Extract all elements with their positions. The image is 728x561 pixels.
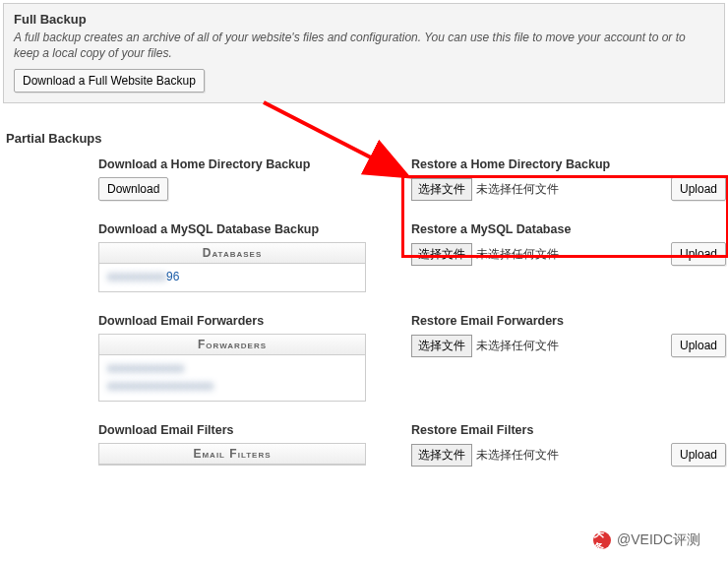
download-mysql-title: Download a MySQL Database Backup <box>98 222 394 236</box>
forwarders-panel: Forwarders xxxxxxxxxxxxx xxxxxxxxxxxxxxx… <box>98 334 366 402</box>
row-home-directory: Download a Home Directory Backup Downloa… <box>0 157 728 201</box>
row-forwarders: Download Email Forwarders Forwarders xxx… <box>0 314 728 402</box>
upload-forwarders-button[interactable]: Upload <box>671 334 726 357</box>
choose-file-filters-button[interactable]: 选择文件 <box>411 444 472 467</box>
full-backup-title: Full Backup <box>14 12 714 27</box>
download-full-backup-button[interactable]: Download a Full Website Backup <box>14 69 205 93</box>
watermark-text: @VEIDC评测 <box>617 531 700 549</box>
upload-home-button[interactable]: Upload <box>671 177 726 201</box>
choose-file-forwarders-button[interactable]: 选择文件 <box>411 335 472 357</box>
full-backup-description: A full backup creates an archive of all … <box>14 31 714 61</box>
watermark-logo-icon: 头条 <box>593 531 611 549</box>
database-name-suffix: 96 <box>166 270 179 283</box>
choose-file-mysql-button[interactable]: 选择文件 <box>411 243 472 266</box>
download-home-title: Download a Home Directory Backup <box>98 157 394 171</box>
restore-forwarders-title: Restore Email Forwarders <box>411 314 726 328</box>
download-home-button[interactable]: Download <box>98 177 168 201</box>
forwarder-link-2[interactable]: xxxxxxxxxxxxxxxxxx <box>107 379 213 393</box>
full-backup-panel: Full Backup A full backup creates an arc… <box>3 3 725 103</box>
file-status-filters: 未选择任何文件 <box>476 447 559 464</box>
forwarders-panel-header: Forwarders <box>99 335 365 355</box>
upload-filters-button[interactable]: Upload <box>671 443 726 467</box>
file-status-home: 未选择任何文件 <box>476 181 559 198</box>
filters-panel: Email Filters <box>98 443 366 466</box>
database-name-blurred: xxxxxxxxxx <box>107 270 166 283</box>
databases-panel-header: Databases <box>99 243 365 264</box>
restore-home-title: Restore a Home Directory Backup <box>411 157 726 171</box>
restore-filters-title: Restore Email Filters <box>411 423 726 437</box>
choose-file-home-button[interactable]: 选择文件 <box>411 178 472 201</box>
filters-panel-header: Email Filters <box>99 444 365 465</box>
row-filters: Download Email Filters Email Filters Res… <box>0 423 728 467</box>
upload-mysql-button[interactable]: Upload <box>671 242 726 266</box>
forwarder-link-1[interactable]: xxxxxxxxxxxxx <box>107 361 184 375</box>
download-forwarders-title: Download Email Forwarders <box>98 314 394 328</box>
file-status-mysql: 未选择任何文件 <box>476 246 559 263</box>
database-link[interactable]: xxxxxxxxxx96 <box>107 270 179 283</box>
databases-panel: Databases xxxxxxxxxx96 <box>98 242 366 292</box>
download-filters-title: Download Email Filters <box>98 423 394 437</box>
restore-mysql-title: Restore a MySQL Database <box>411 222 726 236</box>
row-mysql: Download a MySQL Database Backup Databas… <box>0 222 728 292</box>
partial-backups-heading: Partial Backups <box>6 131 728 146</box>
file-status-forwarders: 未选择任何文件 <box>476 338 559 354</box>
watermark: 头条 @VEIDC评测 <box>593 531 700 549</box>
